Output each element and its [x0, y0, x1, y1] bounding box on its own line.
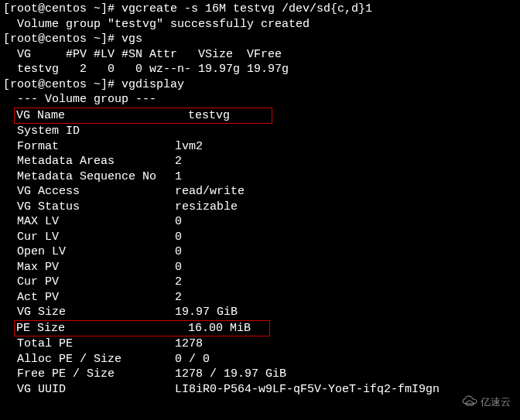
actpv-row: Act PV2	[3, 290, 517, 306]
openlv-label: Open LV	[3, 244, 175, 260]
terminal-line: [root@centos ~]# vgcreate -s 16M testvg …	[3, 2, 517, 17]
access-value: read/write	[175, 184, 517, 200]
maxlv-row: MAX LV0	[3, 214, 517, 230]
sysid-row: System ID	[3, 124, 517, 139]
maxlv-value: 0	[175, 214, 517, 230]
pesize-label: PE Size	[16, 321, 188, 336]
status-label: VG Status	[3, 200, 175, 215]
curpv-row: Cur PV2	[3, 275, 517, 290]
sysid-value	[175, 124, 517, 139]
mdseq-row: Metadata Sequence No1	[3, 169, 517, 185]
openlv-value: 0	[175, 244, 517, 260]
openlv-row: Open LV0	[3, 244, 517, 260]
totalpe-row: Total PE1278	[3, 336, 517, 352]
vgs-header: VG #PV #LV #SN Attr VSize VFree	[3, 47, 517, 63]
highlight-box-icon: VG Name testvg	[14, 108, 272, 125]
status-row: VG Statusresizable	[3, 200, 517, 215]
mdseq-value: 1	[175, 169, 517, 185]
vg-name-label: VG Name	[16, 108, 188, 124]
cloud-icon	[462, 395, 477, 411]
totalpe-value: 1278	[175, 336, 517, 352]
watermark-text: 亿速云	[481, 397, 511, 410]
freepe-label: Free PE / Size	[3, 367, 175, 382]
uuid-label: VG UUID	[3, 382, 175, 398]
allocpe-row: Alloc PE / Size0 / 0	[3, 352, 517, 367]
terminal-line: [root@centos ~]# vgdisplay	[3, 77, 517, 93]
mdseq-label: Metadata Sequence No	[3, 169, 175, 185]
allocpe-label: Alloc PE / Size	[3, 352, 175, 367]
vg-name-row: VG Name testvg	[3, 108, 517, 125]
totalpe-label: Total PE	[3, 336, 175, 352]
actpv-label: Act PV	[3, 290, 175, 306]
command-vgs: vgs	[121, 32, 142, 46]
prompt: [root@centos ~]#	[3, 2, 121, 15]
format-label: Format	[3, 139, 175, 155]
highlight-box-icon: PE Size 16.00 MiB	[14, 320, 270, 337]
prompt: [root@centos ~]#	[3, 32, 121, 46]
mdareas-label: Metadata Areas	[3, 154, 175, 169]
watermark: 亿速云	[462, 395, 511, 411]
prompt: [root@centos ~]#	[3, 78, 121, 91]
maxpv-value: 0	[175, 260, 517, 275]
format-row: Formatlvm2	[3, 139, 517, 155]
maxpv-label: Max PV	[3, 260, 175, 275]
command-vgcreate: vgcreate -s 16M testvg /dev/sd{c,d}1	[121, 2, 372, 15]
vgsize-row: VG Size19.97 GiB	[3, 305, 517, 320]
uuid-row: VG UUIDLI8iR0-P564-w9LF-qF5V-YoeT-ifq2-f…	[3, 382, 517, 398]
freepe-value: 1278 / 19.97 GiB	[175, 367, 517, 382]
sysid-label: System ID	[3, 124, 175, 139]
vgsize-label: VG Size	[3, 305, 175, 320]
allocpe-value: 0 / 0	[175, 352, 517, 367]
uuid-value: LI8iR0-P564-w9LF-qF5V-YoeT-ifq2-fmI9gn	[175, 382, 517, 398]
curpv-value: 2	[175, 275, 517, 290]
status-value: resizable	[175, 200, 517, 215]
maxpv-row: Max PV0	[3, 260, 517, 275]
curlv-row: Cur LV0	[3, 230, 517, 245]
pesize-value: 16.00 MiB	[188, 321, 251, 336]
vg-name-value: testvg	[188, 108, 230, 124]
command-vgdisplay: vgdisplay	[121, 78, 184, 91]
vgsize-value: 19.97 GiB	[175, 305, 517, 320]
terminal-line: [root@centos ~]# vgs	[3, 32, 517, 47]
output-line: Volume group "testvg" successfully creat…	[3, 17, 517, 32]
access-label: VG Access	[3, 184, 175, 200]
access-row: VG Accessread/write	[3, 184, 517, 200]
maxlv-label: MAX LV	[3, 214, 175, 230]
pesize-row: PE Size 16.00 MiB	[3, 320, 517, 337]
vgs-row: testvg 2 0 0 wz--n- 19.97g 19.97g	[3, 62, 517, 77]
mdareas-value: 2	[175, 154, 517, 169]
curlv-value: 0	[175, 230, 517, 245]
actpv-value: 2	[175, 290, 517, 306]
vg-header: --- Volume group ---	[3, 92, 517, 108]
curpv-label: Cur PV	[3, 275, 175, 290]
mdareas-row: Metadata Areas2	[3, 154, 517, 169]
freepe-row: Free PE / Size1278 / 19.97 GiB	[3, 367, 517, 382]
format-value: lvm2	[175, 139, 517, 155]
curlv-label: Cur LV	[3, 230, 175, 245]
